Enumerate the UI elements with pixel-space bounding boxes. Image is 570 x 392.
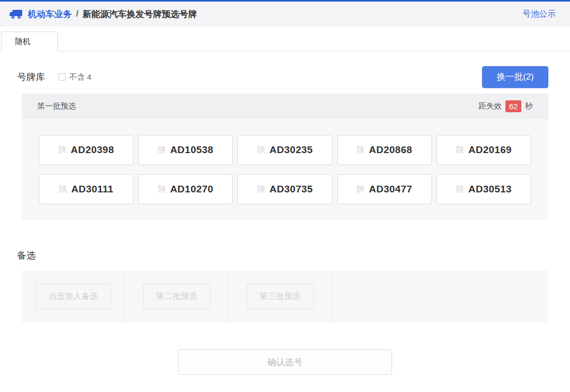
first-batch-panel: 第一批预选 距失效 62 秒 陕 AD20398 陕 AD10538 陕 AD3… xyxy=(22,94,548,220)
plate-option[interactable]: 陕 AD30235 xyxy=(237,135,332,165)
plate-option[interactable]: 陕 AD30477 xyxy=(337,174,432,204)
plate-option[interactable]: 陕 AD30735 xyxy=(237,174,332,204)
alternate-slot-button[interactable]: 点击加入备选 xyxy=(36,284,111,309)
plate-province: 陕 xyxy=(456,145,464,156)
plate-number: AD30735 xyxy=(269,184,313,195)
page-header: 机动车业务 / 新能源汽车换发号牌预选号牌 号池公示 xyxy=(0,2,570,26)
plate-province: 陕 xyxy=(356,184,365,195)
plate-province: 陕 xyxy=(456,184,464,195)
alternate-slot-button[interactable]: 第二批预选 xyxy=(143,284,211,309)
plate-number: AD20169 xyxy=(469,144,512,156)
plate-number: AD20868 xyxy=(369,144,412,156)
plate-option[interactable]: 陕 AD10270 xyxy=(138,174,233,204)
plate-option[interactable]: 陕 AD10538 xyxy=(138,135,233,165)
confirm-row: 确认选号 xyxy=(22,349,548,375)
change-batch-button[interactable]: 换一批(2) xyxy=(482,66,548,88)
first-batch-title: 第一批预选 xyxy=(37,101,76,111)
exclude-four-filter: 不含 4 xyxy=(58,72,92,82)
plate-number: AD30513 xyxy=(469,184,512,195)
plate-number: AD30111 xyxy=(71,184,114,195)
plate-province: 陕 xyxy=(257,184,265,195)
plate-province: 陕 xyxy=(158,184,166,195)
confirm-selection-button[interactable]: 确认选号 xyxy=(178,349,392,375)
plate-option[interactable]: 陕 AD20868 xyxy=(337,135,432,165)
plate-number: AD10538 xyxy=(170,144,214,156)
plate-number: AD20398 xyxy=(71,144,114,156)
tab-random[interactable]: 随机 xyxy=(1,32,58,51)
plate-option[interactable]: 陕 AD20398 xyxy=(39,135,133,165)
plate-province: 陕 xyxy=(257,145,265,156)
expire-countdown: 距失效 62 秒 xyxy=(478,100,533,112)
plate-number: AD10270 xyxy=(170,184,214,195)
plate-province: 陕 xyxy=(356,145,365,156)
expire-seconds-badge: 62 xyxy=(505,100,521,112)
pool-title: 号牌库 xyxy=(17,71,45,83)
plate-number: AD30477 xyxy=(369,184,412,195)
first-batch-header: 第一批预选 距失效 62 秒 xyxy=(22,94,548,119)
plate-province: 陕 xyxy=(158,145,166,156)
first-batch-body: 陕 AD20398 陕 AD10538 陕 AD30235 陕 AD20868 … xyxy=(22,119,548,220)
pool-header-row: 号牌库 不含 4 换一批(2) xyxy=(22,66,548,88)
breadcrumb-root[interactable]: 机动车业务 xyxy=(28,8,72,20)
plate-number: AD30235 xyxy=(269,144,313,156)
alternate-cell: 第二批预选 xyxy=(125,270,229,322)
tab-bar: 随机 xyxy=(0,26,570,51)
plate-grid: 陕 AD20398 陕 AD10538 陕 AD30235 陕 AD20868 … xyxy=(39,135,531,204)
breadcrumb-separator: / xyxy=(76,9,79,19)
alternate-title: 备选 xyxy=(17,249,548,262)
alternate-cell: 第三批预选 xyxy=(229,270,332,322)
breadcrumb-current: 新能源汽车换发号牌预选号牌 xyxy=(83,8,197,20)
alternate-cell: 点击加入备选 xyxy=(22,270,125,322)
breadcrumb: 机动车业务 / 新能源汽车换发号牌预选号牌 xyxy=(28,8,197,20)
exclude-four-label[interactable]: 不含 4 xyxy=(69,72,92,82)
truck-icon xyxy=(9,8,23,20)
expire-prefix: 距失效 xyxy=(478,101,502,111)
plate-option[interactable]: 陕 AD20169 xyxy=(437,135,531,165)
plate-option[interactable]: 陕 AD30513 xyxy=(437,174,531,204)
alternate-slot-button[interactable]: 第三批预选 xyxy=(247,284,314,309)
alternate-panel: 点击加入备选 第二批预选 第三批预选 xyxy=(22,270,548,322)
main-content: 号牌库 不含 4 换一批(2) 第一批预选 距失效 62 秒 陕 AD20398… xyxy=(0,66,570,375)
plate-province: 陕 xyxy=(58,145,67,156)
expire-suffix: 秒 xyxy=(525,101,533,111)
pool-notice-link[interactable]: 号池公示 xyxy=(522,9,556,20)
plate-option[interactable]: 陕 AD30111 xyxy=(39,174,133,204)
plate-province: 陕 xyxy=(59,184,67,195)
exclude-four-checkbox[interactable] xyxy=(58,73,66,81)
